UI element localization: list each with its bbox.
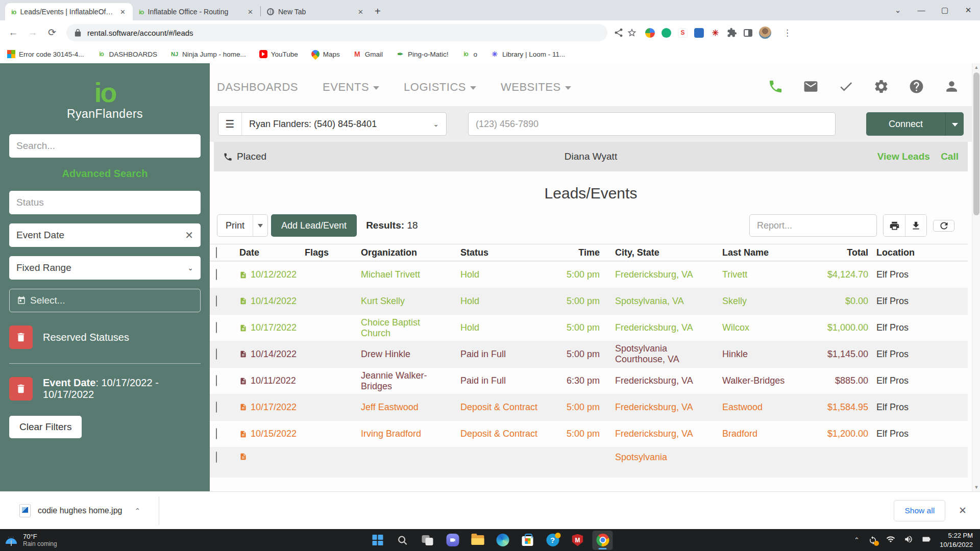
bookmark-item[interactable]: MGmail [353,50,383,58]
header-last-name[interactable]: Last Name [714,247,816,258]
volume-icon[interactable] [904,535,913,546]
cell-time[interactable] [538,451,607,452]
cell-date[interactable]: 10/17/2022 [231,402,297,413]
mail-icon[interactable] [803,79,819,96]
cell-time[interactable]: 5:00 pm [538,402,607,413]
close-window-button[interactable]: ✕ [957,0,980,20]
cell-time[interactable]: 6:30 pm [538,375,607,386]
row-checkbox[interactable] [216,348,217,360]
row-checkbox[interactable] [210,429,231,439]
row-checkbox[interactable] [210,296,231,307]
print-table-button[interactable] [884,215,905,236]
extension-icon[interactable]: S [678,28,688,38]
event-date-filter-field[interactable]: Event Date ✕ [9,223,201,247]
row-checkbox[interactable] [216,295,217,307]
nav-events[interactable]: EVENTS [323,81,379,94]
report-input[interactable] [749,214,877,237]
row-checkbox[interactable] [210,451,231,463]
get-help-button[interactable]: ? [543,531,563,550]
date-select-input[interactable]: Select... [9,289,201,312]
tab-routing[interactable]: io Inflatable Office - Routing ✕ [133,3,260,20]
cell-date[interactable]: 10/11/2022 [231,375,297,386]
row-checkbox[interactable] [216,402,217,413]
row-checkbox[interactable] [210,269,231,280]
address-bar[interactable]: rental.software/account/#/leads [66,24,607,41]
table-row[interactable]: 10/12/2022Michael TrivettHold5:00 pmFred… [210,261,968,288]
bookmark-item[interactable]: ioDASHBOARDS [97,50,158,58]
table-row[interactable]: 10/15/2022Irving BradfordDeposit & Contr… [210,420,968,447]
cell-organization[interactable]: Michael Trivett [353,269,452,280]
browser-menu-icon[interactable]: ⋮ [783,28,792,38]
clear-field-icon[interactable]: ✕ [185,229,193,241]
row-checkbox[interactable] [216,322,217,333]
show-all-button[interactable]: Show all [894,500,945,521]
chrome-button[interactable] [593,531,613,550]
download-menu-chevron-icon[interactable]: ⌃ [134,507,140,515]
row-checkbox[interactable] [216,269,217,280]
row-checkbox[interactable] [216,375,217,386]
back-button[interactable]: ← [5,24,21,41]
cell-organization[interactable] [353,451,452,452]
nav-dashboards[interactable]: DASHBOARDS [217,81,298,94]
cell-city-state[interactable]: Spotsylvania [607,451,714,463]
task-view-button[interactable] [418,531,438,550]
select-all-checkbox[interactable] [216,247,217,258]
header-total[interactable]: Total [816,247,868,258]
cell-status[interactable]: Paid in Full [452,375,538,386]
cell-organization[interactable]: Choice Baptist Church [353,317,452,339]
row-checkbox[interactable] [210,349,231,360]
cell-last-name[interactable]: Eastwood [714,402,816,413]
cell-time[interactable]: 5:00 pm [538,269,607,280]
advanced-search-link[interactable]: Advanced Search [9,168,201,180]
cell-date[interactable] [231,451,297,461]
extension-icon[interactable]: ✳ [710,28,720,38]
cell-last-name[interactable] [714,451,816,452]
row-checkbox[interactable] [210,402,231,413]
table-row[interactable]: Spotsylvania [210,447,968,478]
connect-dropdown-button[interactable] [945,112,964,136]
view-leads-link[interactable]: View Leads [877,151,930,162]
bookmark-item[interactable]: ioo [462,50,478,58]
header-city-state[interactable]: City, State [607,247,714,258]
cell-total[interactable] [816,451,868,452]
cell-city-state[interactable]: Fredericksburg, VA [607,269,714,280]
cell-total[interactable]: $4,124.70 [816,269,868,280]
table-row[interactable]: 10/11/2022Jeannie Walker-BridgesPaid in … [210,367,968,394]
extensions-puzzle-icon[interactable] [727,28,737,38]
user-icon[interactable] [944,79,960,96]
profile-avatar[interactable] [759,27,771,39]
delete-event-date-filter-button[interactable] [9,377,33,400]
search-button[interactable] [393,531,413,550]
row-checkbox[interactable] [216,428,217,439]
cell-last-name[interactable]: Wilcox [714,322,816,333]
print-dropdown-button[interactable] [253,215,267,236]
bookmark-item[interactable]: Maps [311,50,340,58]
new-tab-button[interactable]: + [375,6,381,17]
hamburger-menu-icon[interactable]: ☰ [218,113,242,135]
cell-date[interactable]: 10/12/2022 [231,269,297,280]
extension-icon[interactable] [694,28,704,38]
cell-date[interactable]: 10/15/2022 [231,429,297,439]
cell-total[interactable]: $1,200.00 [816,429,868,439]
bookmark-star-icon[interactable] [627,28,637,38]
scroll-down-icon[interactable]: ▼ [972,485,980,490]
delete-reserved-statuses-button[interactable] [9,325,33,349]
tab-close-icon[interactable]: ✕ [118,7,128,17]
cell-total[interactable]: $0.00 [816,296,868,307]
cell-status[interactable]: Hold [452,296,538,307]
cell-total[interactable]: $1,584.95 [816,402,868,413]
cell-last-name[interactable]: Skelly [714,296,816,307]
help-icon[interactable] [909,79,924,96]
bookmark-item[interactable]: ✒Ping-o-Matic! [396,50,449,58]
bookmark-item[interactable]: Error code 30145-4... [7,50,84,58]
forward-button[interactable]: → [24,24,41,41]
row-checkbox[interactable] [210,322,231,333]
tab-close-icon[interactable]: ✕ [246,7,255,17]
cell-date[interactable]: 10/14/2022 [231,349,297,360]
tab-search-chevron-icon[interactable]: ⌄ [886,0,910,20]
bookmark-item[interactable]: NJNinja Jump - home... [170,50,246,58]
cell-organization[interactable]: Irving Bradford [353,429,452,439]
cell-date[interactable]: 10/14/2022 [231,296,297,307]
range-type-select[interactable]: Fixed Range ⌄ [9,256,201,280]
bookmark-item[interactable]: ✳Library | Loom - 11... [491,50,565,58]
